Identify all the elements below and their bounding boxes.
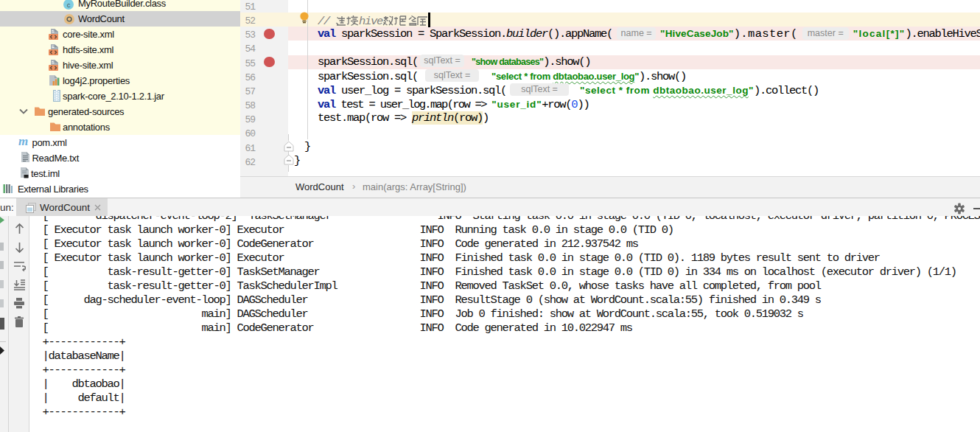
- svg-text:c: c: [67, 0, 71, 8]
